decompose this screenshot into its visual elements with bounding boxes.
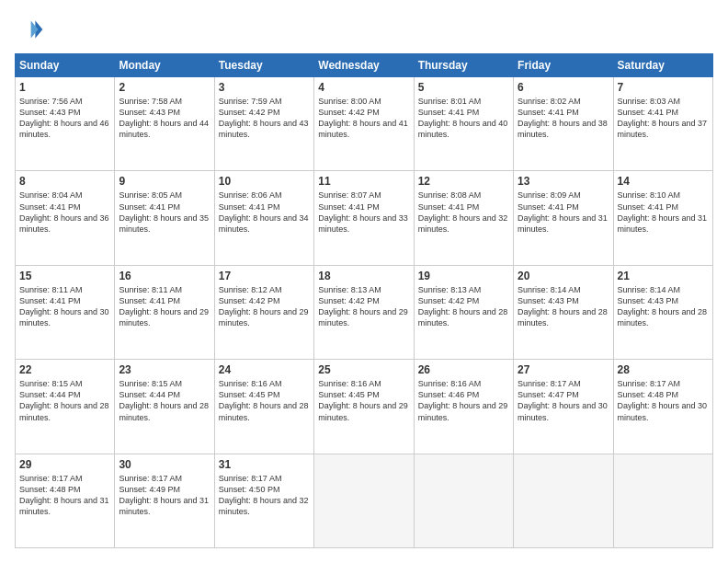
day-number: 29 [19,458,110,471]
day-number: 20 [518,270,609,282]
calendar-cell: 5 Sunrise: 8:01 AM Sunset: 4:41 PM Dayli… [414,77,513,171]
calendar-cell: 25 Sunrise: 8:16 AM Sunset: 4:45 PM Dayl… [314,360,414,454]
day-number: 18 [318,270,409,282]
calendar-cell [314,454,414,547]
column-header-tuesday: Tuesday [214,54,313,77]
day-number: 22 [19,363,110,376]
calendar-cell: 6 Sunrise: 8:02 AM Sunset: 4:41 PM Dayli… [514,77,613,171]
cell-info: Sunrise: 8:17 AM Sunset: 4:50 PM Dayligh… [219,473,310,518]
calendar-cell: 9 Sunrise: 8:05 AM Sunset: 4:41 PM Dayli… [115,171,214,265]
logo [15,15,48,44]
calendar-cell: 10 Sunrise: 8:06 AM Sunset: 4:41 PM Dayl… [214,171,313,265]
calendar-cell: 22 Sunrise: 8:15 AM Sunset: 4:44 PM Dayl… [16,360,115,454]
day-number: 27 [518,363,609,376]
cell-info: Sunrise: 8:04 AM Sunset: 4:41 PM Dayligh… [19,190,110,235]
cell-info: Sunrise: 8:10 AM Sunset: 4:41 PM Dayligh… [618,190,709,235]
calendar-cell: 17 Sunrise: 8:12 AM Sunset: 4:42 PM Dayl… [214,265,313,359]
column-header-sunday: Sunday [16,54,115,77]
calendar-cell: 31 Sunrise: 8:17 AM Sunset: 4:50 PM Dayl… [214,454,313,547]
cell-info: Sunrise: 7:56 AM Sunset: 4:43 PM Dayligh… [19,96,110,141]
calendar-cell: 16 Sunrise: 8:11 AM Sunset: 4:41 PM Dayl… [115,265,214,359]
calendar-cell: 8 Sunrise: 8:04 AM Sunset: 4:41 PM Dayli… [16,171,115,265]
cell-info: Sunrise: 8:17 AM Sunset: 4:48 PM Dayligh… [618,378,709,423]
day-number: 26 [418,363,509,376]
week-row-3: 15 Sunrise: 8:11 AM Sunset: 4:41 PM Dayl… [16,265,713,359]
day-number: 17 [219,270,310,282]
cell-info: Sunrise: 8:03 AM Sunset: 4:41 PM Dayligh… [618,96,709,141]
cell-info: Sunrise: 8:11 AM Sunset: 4:41 PM Dayligh… [19,284,110,329]
cell-info: Sunrise: 8:05 AM Sunset: 4:41 PM Dayligh… [119,190,210,235]
day-number: 31 [219,458,310,471]
week-row-5: 29 Sunrise: 8:17 AM Sunset: 4:48 PM Dayl… [16,454,713,547]
calendar-cell: 12 Sunrise: 8:08 AM Sunset: 4:41 PM Dayl… [414,171,513,265]
cell-info: Sunrise: 8:13 AM Sunset: 4:42 PM Dayligh… [318,284,409,329]
day-number: 16 [119,270,210,282]
calendar-table: SundayMondayTuesdayWednesdayThursdayFrid… [15,53,713,548]
calendar-header-row: SundayMondayTuesdayWednesdayThursdayFrid… [16,54,713,77]
cell-info: Sunrise: 8:16 AM Sunset: 4:46 PM Dayligh… [418,378,509,423]
column-header-friday: Friday [514,54,613,77]
cell-info: Sunrise: 8:08 AM Sunset: 4:41 PM Dayligh… [418,190,509,235]
cell-info: Sunrise: 8:17 AM Sunset: 4:47 PM Dayligh… [518,378,609,423]
calendar-cell: 19 Sunrise: 8:13 AM Sunset: 4:42 PM Dayl… [414,265,513,359]
cell-info: Sunrise: 8:13 AM Sunset: 4:42 PM Dayligh… [418,284,509,329]
calendar-cell: 30 Sunrise: 8:17 AM Sunset: 4:49 PM Dayl… [115,454,214,547]
cell-info: Sunrise: 8:09 AM Sunset: 4:41 PM Dayligh… [518,190,609,235]
cell-info: Sunrise: 8:16 AM Sunset: 4:45 PM Dayligh… [318,378,409,423]
cell-info: Sunrise: 8:15 AM Sunset: 4:44 PM Dayligh… [19,378,110,423]
calendar-cell: 21 Sunrise: 8:14 AM Sunset: 4:43 PM Dayl… [613,265,712,359]
cell-info: Sunrise: 8:14 AM Sunset: 4:43 PM Dayligh… [618,284,709,329]
calendar-cell: 26 Sunrise: 8:16 AM Sunset: 4:46 PM Dayl… [414,360,513,454]
calendar-cell [414,454,513,547]
day-number: 9 [119,175,210,188]
day-number: 11 [318,175,409,188]
day-number: 25 [318,363,409,376]
header [15,15,713,44]
cell-info: Sunrise: 8:17 AM Sunset: 4:48 PM Dayligh… [19,473,110,518]
day-number: 2 [119,81,210,94]
column-header-thursday: Thursday [414,54,513,77]
day-number: 23 [119,363,210,376]
calendar-cell: 14 Sunrise: 8:10 AM Sunset: 4:41 PM Dayl… [613,171,712,265]
cell-info: Sunrise: 7:58 AM Sunset: 4:43 PM Dayligh… [119,96,210,141]
calendar-cell: 11 Sunrise: 8:07 AM Sunset: 4:41 PM Dayl… [314,171,414,265]
day-number: 13 [518,175,609,188]
calendar-cell: 29 Sunrise: 8:17 AM Sunset: 4:48 PM Dayl… [16,454,115,547]
day-number: 6 [518,81,609,94]
week-row-1: 1 Sunrise: 7:56 AM Sunset: 4:43 PM Dayli… [16,77,713,171]
cell-info: Sunrise: 8:07 AM Sunset: 4:41 PM Dayligh… [318,190,409,235]
day-number: 14 [618,175,709,188]
calendar-cell [514,454,613,547]
calendar-body: 1 Sunrise: 7:56 AM Sunset: 4:43 PM Dayli… [16,77,713,548]
calendar-cell: 27 Sunrise: 8:17 AM Sunset: 4:47 PM Dayl… [514,360,613,454]
column-header-monday: Monday [115,54,214,77]
cell-info: Sunrise: 8:06 AM Sunset: 4:41 PM Dayligh… [219,190,310,235]
week-row-2: 8 Sunrise: 8:04 AM Sunset: 4:41 PM Dayli… [16,171,713,265]
day-number: 8 [19,175,110,188]
cell-info: Sunrise: 8:11 AM Sunset: 4:41 PM Dayligh… [119,284,210,329]
calendar-cell: 20 Sunrise: 8:14 AM Sunset: 4:43 PM Dayl… [514,265,613,359]
cell-info: Sunrise: 8:00 AM Sunset: 4:42 PM Dayligh… [318,96,409,141]
cell-info: Sunrise: 8:12 AM Sunset: 4:42 PM Dayligh… [219,284,310,329]
calendar-cell: 28 Sunrise: 8:17 AM Sunset: 4:48 PM Dayl… [613,360,712,454]
page: SundayMondayTuesdayWednesdayThursdayFrid… [0,0,728,563]
cell-info: Sunrise: 8:15 AM Sunset: 4:44 PM Dayligh… [119,378,210,423]
cell-info: Sunrise: 8:16 AM Sunset: 4:45 PM Dayligh… [219,378,310,423]
day-number: 12 [418,175,509,188]
day-number: 4 [318,81,409,94]
day-number: 15 [19,270,110,282]
day-number: 28 [618,363,709,376]
day-number: 10 [219,175,310,188]
cell-info: Sunrise: 8:02 AM Sunset: 4:41 PM Dayligh… [518,96,609,141]
calendar-cell: 15 Sunrise: 8:11 AM Sunset: 4:41 PM Dayl… [16,265,115,359]
day-number: 30 [119,458,210,471]
calendar-cell: 24 Sunrise: 8:16 AM Sunset: 4:45 PM Dayl… [214,360,313,454]
day-number: 7 [618,81,709,94]
cell-info: Sunrise: 7:59 AM Sunset: 4:42 PM Dayligh… [219,96,310,141]
day-number: 1 [19,81,110,94]
day-number: 5 [418,81,509,94]
calendar-cell: 2 Sunrise: 7:58 AM Sunset: 4:43 PM Dayli… [115,77,214,171]
calendar-cell: 18 Sunrise: 8:13 AM Sunset: 4:42 PM Dayl… [314,265,414,359]
day-number: 24 [219,363,310,376]
calendar-cell: 3 Sunrise: 7:59 AM Sunset: 4:42 PM Dayli… [214,77,313,171]
